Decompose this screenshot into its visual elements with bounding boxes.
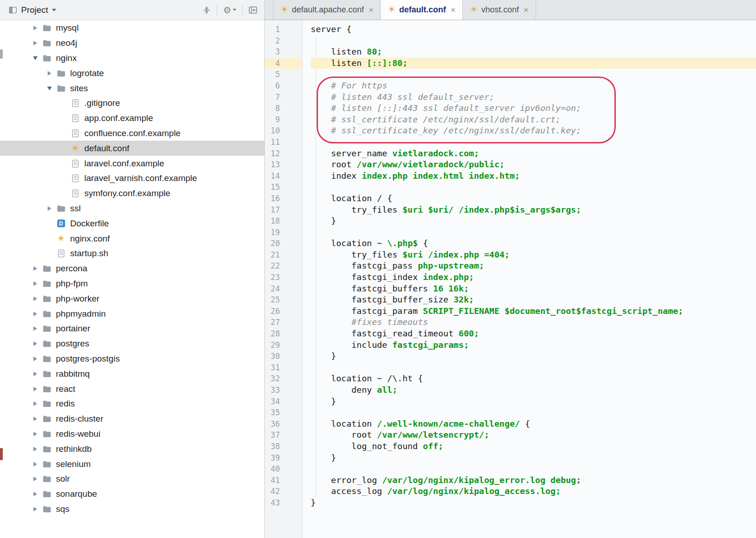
- chevron-collapsed-icon[interactable]: [29, 266, 41, 271]
- chevron-collapsed-icon[interactable]: [29, 41, 41, 45]
- code-line-27[interactable]: #fixes timeouts: [311, 317, 756, 328]
- line-number[interactable]: 42: [265, 486, 302, 497]
- line-number[interactable]: 21: [265, 249, 302, 261]
- tree-item-sqs[interactable]: sqs: [0, 502, 264, 517]
- line-number[interactable]: 3: [265, 46, 302, 58]
- editor-gutter[interactable]: 1234567891011121314151617181920212223242…: [265, 20, 302, 538]
- chevron-collapsed-icon[interactable]: [29, 477, 41, 481]
- line-number[interactable]: 10: [265, 125, 302, 137]
- line-number[interactable]: 2: [265, 35, 302, 47]
- tree-item-phpmyadmin[interactable]: phpmyadmin: [0, 306, 264, 321]
- code-line-43[interactable]: }: [311, 497, 756, 509]
- code-line-28[interactable]: fastcgi_read_timeout 600;: [311, 328, 756, 340]
- line-number[interactable]: 41: [265, 475, 302, 486]
- chevron-down-icon[interactable]: [52, 9, 56, 11]
- close-icon[interactable]: ×: [368, 5, 373, 14]
- chevron-collapsed-icon[interactable]: [29, 417, 41, 421]
- line-number[interactable]: 38: [265, 441, 302, 452]
- code-line-29[interactable]: include fastcgi_params;: [311, 340, 756, 351]
- line-number[interactable]: 36: [265, 418, 302, 430]
- tree-item-sites[interactable]: sites: [0, 81, 264, 96]
- tree-item-symfony.conf.example[interactable]: symfony.conf.example: [0, 186, 264, 201]
- code-line-1[interactable]: server {: [311, 24, 756, 35]
- code-line-23[interactable]: fastcgi_index index.php;: [311, 272, 756, 283]
- code-line-3[interactable]: listen 80;: [311, 46, 756, 58]
- code-line-4[interactable]: listen [::]:80;: [311, 58, 756, 69]
- code-line-6[interactable]: # For https: [311, 80, 756, 92]
- code-line-22[interactable]: fastcgi_pass php-upstream;: [311, 260, 756, 272]
- code-line-19[interactable]: [311, 227, 756, 238]
- line-number[interactable]: 6: [265, 80, 302, 92]
- chevron-collapsed-icon[interactable]: [29, 341, 41, 346]
- chevron-collapsed-icon[interactable]: [29, 401, 41, 406]
- line-number[interactable]: 20: [265, 238, 302, 249]
- chevron-collapsed-icon[interactable]: [29, 387, 41, 391]
- line-number[interactable]: 35: [265, 407, 302, 418]
- chevron-collapsed-icon[interactable]: [29, 281, 41, 286]
- code-line-21[interactable]: try_files $uri /index.php =404;: [311, 249, 756, 261]
- line-number[interactable]: 4: [265, 58, 302, 69]
- line-number[interactable]: 13: [265, 159, 302, 170]
- tree-item-.gitignore[interactable]: .gitignore: [0, 96, 264, 111]
- tree-item-nginx.conf[interactable]: ☀nginx.conf: [0, 231, 264, 246]
- chevron-collapsed-icon[interactable]: [29, 312, 41, 316]
- line-number[interactable]: 37: [265, 429, 302, 441]
- tree-item-logrotate[interactable]: logrotate: [0, 66, 264, 81]
- line-number[interactable]: 30: [265, 351, 302, 362]
- tree-item-postgres[interactable]: postgres: [0, 336, 264, 351]
- chevron-collapsed-icon[interactable]: [29, 432, 41, 436]
- tree-item-react[interactable]: react: [0, 381, 264, 396]
- line-number[interactable]: 1: [265, 24, 302, 35]
- chevron-expanded-icon[interactable]: [44, 87, 55, 90]
- line-number[interactable]: 43: [265, 497, 302, 509]
- chevron-collapsed-icon[interactable]: [29, 26, 41, 30]
- code-line-20[interactable]: location ~ \.php$ {: [311, 238, 756, 249]
- code-line-17[interactable]: try_files $uri $uri/ /index.php$is_args$…: [311, 204, 756, 216]
- line-number[interactable]: 19: [265, 227, 302, 238]
- line-number[interactable]: 8: [265, 103, 302, 114]
- code-line-31[interactable]: [311, 362, 756, 373]
- code-line-37[interactable]: root /var/www/letsencrypt/;: [311, 429, 756, 441]
- tree-item-selenium[interactable]: selenium: [0, 456, 264, 472]
- tree-item-php-worker[interactable]: php-worker: [0, 291, 264, 306]
- code-line-9[interactable]: # ssl_certificate /etc/nginx/ssl/default…: [311, 114, 756, 126]
- line-number[interactable]: 14: [265, 170, 302, 182]
- code-line-14[interactable]: index index.php index.html index.htm;: [311, 170, 756, 182]
- tree-item-mysql[interactable]: mysql: [0, 21, 264, 36]
- chevron-collapsed-icon[interactable]: [29, 357, 41, 361]
- code-line-18[interactable]: }: [311, 215, 756, 227]
- chevron-collapsed-icon[interactable]: [29, 462, 41, 467]
- code-line-13[interactable]: root /var/www/vietlaradock/public;: [311, 159, 756, 170]
- code-line-35[interactable]: [311, 407, 756, 418]
- tree-item-solr[interactable]: solr: [0, 472, 264, 487]
- tree-item-redis[interactable]: redis: [0, 396, 264, 412]
- chevron-collapsed-icon[interactable]: [29, 296, 41, 301]
- tree-item-postgres-postgis[interactable]: postgres-postgis: [0, 351, 264, 367]
- tree-item-ssl[interactable]: ssl: [0, 201, 264, 216]
- chevron-expanded-icon[interactable]: [29, 56, 41, 60]
- tree-item-default.conf[interactable]: ☀default.conf: [0, 141, 264, 156]
- code-line-5[interactable]: [311, 69, 756, 80]
- code-line-15[interactable]: [311, 181, 756, 193]
- code-line-16[interactable]: location / {: [311, 193, 756, 204]
- tree-item-neo4j[interactable]: neo4j: [0, 36, 264, 51]
- line-number[interactable]: 24: [265, 283, 302, 295]
- tree-item-confluence.conf.example[interactable]: confluence.conf.example: [0, 126, 264, 141]
- tree-item-rabbitmq[interactable]: rabbitmq: [0, 366, 264, 381]
- code-editor[interactable]: server { listen 80; listen [::]:80; # Fo…: [302, 20, 756, 538]
- chevron-collapsed-icon[interactable]: [29, 326, 41, 331]
- chevron-collapsed-icon[interactable]: [29, 492, 41, 496]
- chevron-collapsed-icon[interactable]: [44, 206, 55, 211]
- line-number[interactable]: 29: [265, 340, 302, 351]
- tree-item-Dockerfile[interactable]: DDockerfile: [0, 216, 264, 231]
- tree-item-php-fpm[interactable]: php-fpm: [0, 276, 264, 291]
- line-number[interactable]: 39: [265, 452, 302, 464]
- code-line-2[interactable]: [311, 35, 756, 47]
- chevron-collapsed-icon[interactable]: [44, 71, 55, 76]
- code-line-8[interactable]: # listen [::]:443 ssl default_server ipv…: [311, 103, 756, 114]
- tree-item-app.conf.example[interactable]: app.conf.example: [0, 111, 264, 126]
- line-number[interactable]: 11: [265, 137, 302, 148]
- line-number[interactable]: 22: [265, 260, 302, 272]
- hide-panel-icon[interactable]: [249, 6, 257, 14]
- line-number[interactable]: 26: [265, 306, 302, 317]
